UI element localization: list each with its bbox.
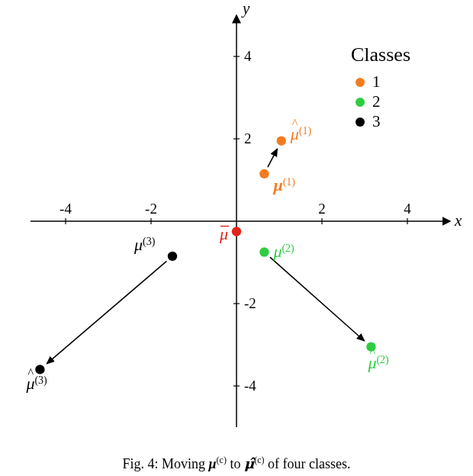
legend-label: 3: [372, 112, 381, 130]
point-mu1_hat: [277, 137, 286, 146]
legend-swatch: [356, 117, 365, 127]
label-mu2: μ(2): [272, 242, 294, 261]
legend-title: Classes: [351, 43, 410, 66]
y-tick-label: 4: [244, 48, 252, 64]
legend-label: 2: [372, 92, 381, 111]
legend-swatch: [356, 98, 365, 107]
y-tick-label: 2: [244, 130, 252, 146]
svg-text:μ(3): μ(3): [134, 235, 156, 254]
y-tick-label: -4: [244, 378, 256, 394]
label-mu3_hat-hat: ^: [27, 366, 34, 379]
label-mu_bar: μ: [219, 224, 229, 243]
point-mu3_hat: [35, 365, 44, 374]
legend-label: 1: [372, 72, 381, 91]
legend-item: 3: [356, 112, 381, 130]
label-mu1_hat-hat: ^: [292, 117, 298, 130]
arrow: [268, 149, 277, 167]
arrow: [270, 257, 365, 341]
point-mu1: [259, 169, 269, 178]
svg-text:μ: μ: [219, 224, 228, 243]
label-mu2_hat-hat: ^: [369, 346, 375, 359]
point-mu2: [259, 247, 269, 256]
point-mu3: [168, 252, 177, 261]
legend-swatch: [356, 78, 365, 87]
legend-item: 2: [356, 92, 381, 111]
chart-canvas: xy -4-224-4-224 μ(1)μ(1)^μ(2)μ(2)^μ(3)μ(…: [0, 0, 473, 476]
x-axis-label: x: [454, 211, 462, 230]
figure-caption: Fig. 4: Moving μ(c) to μ̂(c) of four cla…: [123, 455, 351, 471]
y-axis-label: y: [241, 0, 250, 18]
svg-text:μ(1): μ(1): [272, 175, 295, 195]
x-tick-label: -4: [60, 201, 72, 217]
label-mu1_hat: μ(1)^: [290, 117, 312, 143]
arrow: [47, 261, 167, 363]
label-mu2_hat: μ(2)^: [367, 346, 389, 372]
x-tick-label: -2: [145, 201, 157, 217]
legend-item: 1: [356, 72, 381, 91]
label-mu1: μ(1): [272, 175, 295, 195]
x-tick-label: 4: [404, 201, 411, 217]
x-tick-label: 2: [318, 201, 326, 217]
label-mu3: μ(3): [134, 235, 156, 254]
y-tick-label: -2: [244, 295, 256, 311]
svg-text:μ(2): μ(2): [272, 242, 294, 261]
point-mu_bar: [232, 227, 241, 236]
